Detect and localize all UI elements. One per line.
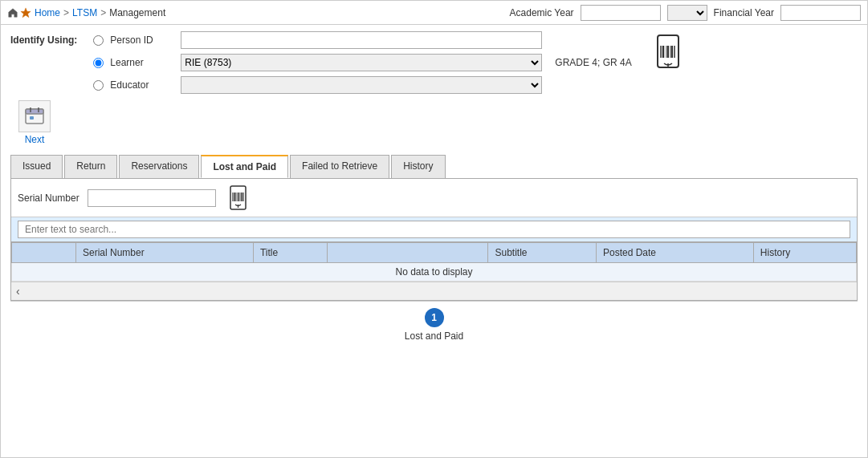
breadcrumb-separator-1: > [63, 7, 69, 18]
ltsm-link[interactable]: LTSM [72, 7, 97, 18]
col-title: Title [253, 243, 328, 263]
top-navigation: Home > LTSM > Management Academic Year F… [1, 1, 867, 25]
search-bar [11, 217, 857, 242]
academic-year-input[interactable] [581, 5, 661, 21]
pagination-label: Lost and Paid [405, 330, 463, 342]
scroll-left-arrow[interactable]: ‹ [16, 285, 20, 298]
academic-year-select[interactable] [667, 5, 707, 21]
educator-label: Educator [110, 79, 174, 91]
home-link[interactable]: Home [35, 7, 60, 18]
current-page-label: Management [109, 7, 165, 18]
scroll-indicator: ‹ [11, 282, 857, 300]
page-number-circle[interactable]: 1 [425, 308, 444, 327]
person-id-label: Person ID [110, 34, 174, 46]
scan-barcode-icon [648, 31, 688, 71]
star-icon [20, 7, 31, 18]
next-section: Next [10, 100, 59, 145]
search-input[interactable] [18, 221, 850, 238]
educator-row: Educator [93, 76, 631, 94]
identify-fields: Person ID Learner RIE (8753) GRADE 4; GR… [93, 31, 631, 94]
table-header-row: Serial Number Title Subtitle Posted Date… [12, 243, 857, 263]
learner-label: Learner [110, 57, 174, 68]
serial-number-label: Serial Number [18, 193, 79, 204]
grade-label: GRADE 4; GR 4A [555, 57, 631, 68]
scan-icon-small [224, 184, 252, 212]
col-empty [328, 243, 488, 263]
col-history: History [753, 243, 856, 263]
learner-row: Learner RIE (8753) GRADE 4; GR 4A [93, 54, 631, 71]
identify-using-section: Identify Using: Person ID Learner RIE ( [10, 31, 858, 94]
col-posted-date: Posted Date [596, 243, 753, 263]
tab-failed-to-retrieve[interactable]: Failed to Retrieve [290, 155, 389, 178]
tab-history[interactable]: History [391, 155, 445, 178]
table-section: Serial Number [10, 178, 858, 301]
bottom-pagination: 1 Lost and Paid [10, 301, 858, 348]
tab-issued[interactable]: Issued [10, 155, 63, 178]
scan-icon-container [648, 31, 688, 71]
academic-year-label: Academic Year [510, 7, 574, 18]
tab-lost-and-paid[interactable]: Lost and Paid [201, 155, 288, 178]
svg-marker-0 [21, 7, 31, 17]
tab-reservations[interactable]: Reservations [119, 155, 199, 178]
next-button[interactable]: Next [25, 134, 45, 145]
financial-year-input[interactable] [780, 5, 861, 21]
no-data-cell: No data to display [12, 263, 857, 282]
tab-return[interactable]: Return [64, 155, 117, 178]
svg-rect-14 [30, 116, 34, 120]
next-icon [23, 105, 46, 128]
col-subtitle: Subtitle [488, 243, 596, 263]
col-checkbox [12, 243, 76, 263]
nav-icons [7, 7, 31, 18]
learner-radio[interactable] [93, 58, 104, 68]
breadcrumb: Home > LTSM > Management [7, 7, 510, 18]
learner-select[interactable]: RIE (8753) [181, 54, 542, 71]
main-content: Identify Using: Person ID Learner RIE ( [1, 25, 867, 355]
table-row: No data to display [12, 263, 857, 282]
data-table: Serial Number Title Subtitle Posted Date… [11, 242, 857, 282]
svg-rect-11 [26, 109, 43, 114]
academic-financial-fields: Academic Year Financial Year [510, 5, 861, 21]
table-toolbar: Serial Number [11, 179, 857, 217]
identify-using-label: Identify Using: [10, 31, 77, 46]
breadcrumb-separator-2: > [100, 7, 106, 18]
next-icon-box [18, 100, 51, 132]
educator-radio[interactable] [93, 80, 104, 91]
educator-select[interactable] [181, 76, 542, 94]
serial-number-input[interactable] [88, 189, 216, 207]
person-id-row: Person ID [93, 31, 631, 49]
financial-year-label: Financial Year [714, 7, 774, 18]
person-id-input[interactable] [181, 31, 542, 49]
person-id-radio[interactable] [93, 35, 104, 46]
tabs-container: Issued Return Reservations Lost and Paid… [10, 155, 858, 178]
col-serial-number: Serial Number [76, 243, 254, 263]
home-icon [7, 7, 18, 18]
